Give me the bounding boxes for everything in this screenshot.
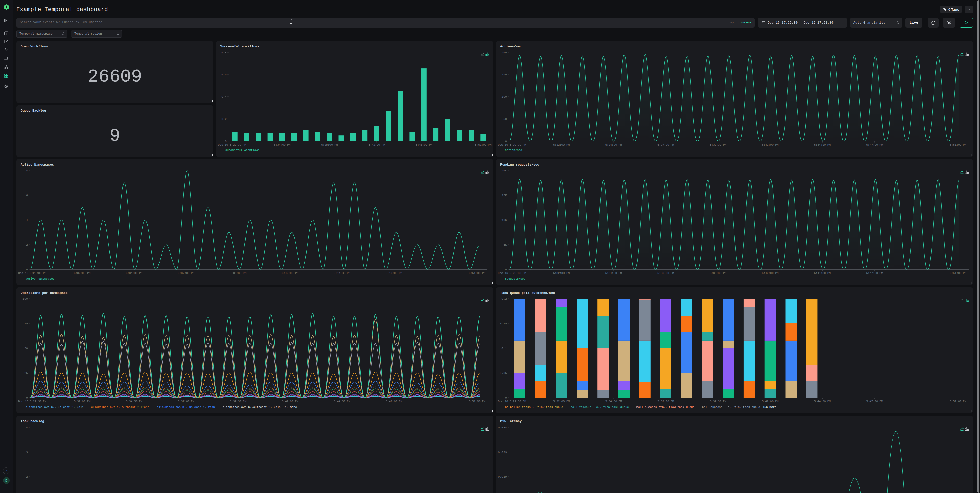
svg-text:4: 4 xyxy=(26,426,28,429)
svg-text:5:32:00 PM: 5:32:00 PM xyxy=(553,143,570,146)
svg-text:0.4: 0.4 xyxy=(221,95,227,98)
svg-text:150: 150 xyxy=(501,73,507,76)
svg-text:75: 75 xyxy=(24,322,28,325)
svg-text:0.05: 0.05 xyxy=(500,371,507,375)
svg-text:15K: 15K xyxy=(501,193,507,197)
svg-text:5:39:30 PM: 5:39:30 PM xyxy=(230,271,247,275)
svg-text:0.2: 0.2 xyxy=(221,117,227,120)
svg-text:5:47:00 PM: 5:47:00 PM xyxy=(386,399,402,403)
svg-text:5:51:00 PM: 5:51:00 PM xyxy=(950,399,967,403)
svg-text:50: 50 xyxy=(24,347,28,350)
svg-text:5:42:00 PM: 5:42:00 PM xyxy=(762,271,779,275)
svg-text:Dec 16 5:29:30 PM: Dec 16 5:29:30 PM xyxy=(18,271,46,275)
svg-text:5:39:30 PM: 5:39:30 PM xyxy=(710,143,727,146)
svg-text:5:39:30 PM: 5:39:30 PM xyxy=(710,399,727,403)
svg-text:5:34:30 PM: 5:34:30 PM xyxy=(126,271,143,275)
svg-text:0: 0 xyxy=(225,139,227,143)
svg-text:5:51:00 PM: 5:51:00 PM xyxy=(950,271,967,275)
svg-text:5:51:00 PM: 5:51:00 PM xyxy=(950,143,967,146)
svg-text:5:37:00 PM: 5:37:00 PM xyxy=(178,271,194,275)
svg-text:5:37:00 PM: 5:37:00 PM xyxy=(657,271,674,275)
svg-text:5:47:00 PM: 5:47:00 PM xyxy=(866,271,883,275)
svg-text:Dec 16 5:29:30 PM: Dec 16 5:29:30 PM xyxy=(218,143,246,146)
svg-text:0: 0 xyxy=(26,396,28,399)
svg-text:0.038: 0.038 xyxy=(498,426,507,429)
svg-text:0.15: 0.15 xyxy=(500,322,507,325)
svg-text:5:34:00 PM: 5:34:00 PM xyxy=(274,143,291,146)
svg-text:100: 100 xyxy=(501,95,507,98)
svg-text:Dec 16 5:29:30 PM: Dec 16 5:29:30 PM xyxy=(498,143,526,146)
svg-text:5:44:30 PM: 5:44:30 PM xyxy=(334,399,350,403)
svg-text:5:44:30 PM: 5:44:30 PM xyxy=(814,271,831,275)
svg-text:20K: 20K xyxy=(501,169,507,172)
svg-text:5:37:00 PM: 5:37:00 PM xyxy=(178,399,194,403)
svg-text:4: 4 xyxy=(26,218,28,222)
svg-text:5:51:00 PM: 5:51:00 PM xyxy=(469,399,486,403)
svg-text:5:51:00 PM: 5:51:00 PM xyxy=(475,143,492,146)
svg-text:0: 0 xyxy=(505,139,507,143)
svg-text:2: 2 xyxy=(26,475,28,479)
svg-text:0.2: 0.2 xyxy=(501,297,507,300)
svg-text:0.8: 0.8 xyxy=(221,51,227,54)
svg-text:5:34:30 PM: 5:34:30 PM xyxy=(605,143,622,146)
svg-text:200: 200 xyxy=(501,51,507,54)
svg-text:5:42:00 PM: 5:42:00 PM xyxy=(762,143,779,146)
svg-text:0: 0 xyxy=(505,268,507,271)
svg-text:0.019: 0.019 xyxy=(498,475,507,479)
svg-text:5:47:00 PM: 5:47:00 PM xyxy=(866,399,883,403)
svg-text:5:44:30 PM: 5:44:30 PM xyxy=(334,271,350,275)
svg-text:0.029: 0.029 xyxy=(498,451,507,454)
svg-text:5:39:30 PM: 5:39:30 PM xyxy=(710,271,727,275)
svg-text:5:34:30 PM: 5:34:30 PM xyxy=(605,271,622,275)
svg-text:5:37:00 PM: 5:37:00 PM xyxy=(657,399,674,403)
svg-text:0: 0 xyxy=(505,396,507,399)
svg-text:100: 100 xyxy=(22,297,28,300)
svg-text:5:34:30 PM: 5:34:30 PM xyxy=(126,399,143,403)
svg-text:5:51:00 PM: 5:51:00 PM xyxy=(469,271,486,275)
svg-text:5:32:00 PM: 5:32:00 PM xyxy=(553,271,570,275)
svg-text:25: 25 xyxy=(24,371,28,375)
svg-text:5:32:00 PM: 5:32:00 PM xyxy=(74,399,91,403)
svg-text:0: 0 xyxy=(26,268,28,271)
svg-text:5:32:00 PM: 5:32:00 PM xyxy=(74,271,91,275)
svg-text:0.1: 0.1 xyxy=(501,347,507,350)
svg-text:3: 3 xyxy=(26,451,28,454)
svg-text:5:47:00 PM: 5:47:00 PM xyxy=(866,143,883,146)
svg-text:6: 6 xyxy=(26,193,28,197)
svg-text:5:34:30 PM: 5:34:30 PM xyxy=(605,399,622,403)
svg-text:5:47:00 PM: 5:47:00 PM xyxy=(386,271,402,275)
svg-text:5:42:00 PM: 5:42:00 PM xyxy=(282,271,299,275)
svg-text:8: 8 xyxy=(26,169,28,172)
svg-text:2: 2 xyxy=(26,243,28,246)
svg-text:Dec 16 5:29:30 PM: Dec 16 5:29:30 PM xyxy=(498,271,526,275)
svg-text:Dec 16 5:29:30 PM: Dec 16 5:29:30 PM xyxy=(498,399,526,403)
svg-text:5:42:00 PM: 5:42:00 PM xyxy=(368,143,385,146)
svg-text:0.6: 0.6 xyxy=(221,73,227,76)
svg-text:5:42:00 PM: 5:42:00 PM xyxy=(762,399,779,403)
svg-text:5:37:00 PM: 5:37:00 PM xyxy=(657,143,674,146)
svg-text:5:38:00 PM: 5:38:00 PM xyxy=(321,143,338,146)
svg-text:Dec 16 5:29:30 PM: Dec 16 5:29:30 PM xyxy=(18,399,46,403)
svg-text:5:46:00 PM: 5:46:00 PM xyxy=(416,143,433,146)
svg-text:5:42:00 PM: 5:42:00 PM xyxy=(282,399,299,403)
svg-text:5:44:30 PM: 5:44:30 PM xyxy=(814,143,831,146)
svg-text:50: 50 xyxy=(503,117,507,120)
svg-text:5K: 5K xyxy=(503,243,507,246)
svg-text:10K: 10K xyxy=(501,218,507,222)
svg-text:5:39:30 PM: 5:39:30 PM xyxy=(230,399,247,403)
svg-text:5:32:00 PM: 5:32:00 PM xyxy=(553,399,570,403)
svg-text:5:44:30 PM: 5:44:30 PM xyxy=(814,399,831,403)
